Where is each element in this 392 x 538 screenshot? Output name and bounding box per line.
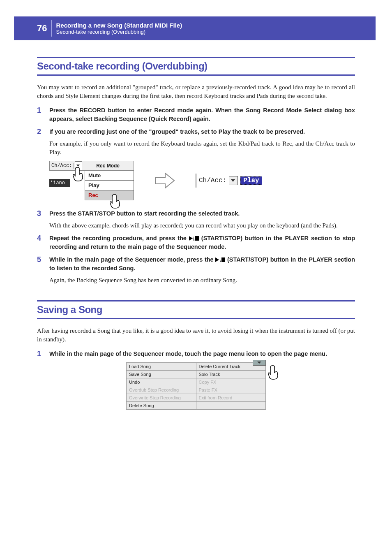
step-3: 3 Press the START/STOP button to start r… xyxy=(37,209,355,230)
step-5: 5 While in the main page of the Sequence… xyxy=(37,255,355,285)
menu-exit-record: Exit from Record xyxy=(196,394,266,402)
step-instruction: While in the main page of the Sequencer … xyxy=(49,350,355,358)
menu-item-play[interactable]: Play xyxy=(85,181,134,190)
step-number: 1 xyxy=(37,350,49,358)
page-number: 76 xyxy=(14,20,52,37)
menu-load-song[interactable]: Load Song xyxy=(127,363,196,371)
step-2: 2 If you are recording just one of the "… xyxy=(37,128,355,157)
page-menu-table: Load SongDelete Current Track Save SongS… xyxy=(126,362,266,410)
figure-rec-mode: Ch/Acc: Rec Mode Mute Play Rec 'iano Ch/… xyxy=(49,161,355,200)
menu-overdub-step: Overdub Step Recording xyxy=(127,386,196,394)
svg-rect-0 xyxy=(195,236,199,241)
section-rule xyxy=(37,300,355,301)
header-titles: Recording a new Song (Standard MIDI File… xyxy=(52,22,182,35)
step-instruction: Press the START/STOP button to start rec… xyxy=(49,209,355,218)
menu-delete-song[interactable]: Delete Song xyxy=(127,402,196,410)
intro-paragraph: After having recorded a Song that you li… xyxy=(37,327,355,344)
pointer-hand-icon xyxy=(108,193,124,211)
intro-paragraph: You may want to record an additional "gr… xyxy=(37,83,355,100)
section-rule xyxy=(37,57,355,58)
step-4: 4 Repeat the recording procedure, and pr… xyxy=(37,234,355,251)
step-instruction: While in the main page of the Sequencer … xyxy=(49,255,355,273)
save-step-1: 1 While in the main page of the Sequence… xyxy=(37,350,355,358)
arrow-right-icon xyxy=(154,172,175,189)
result-value: Play xyxy=(240,176,262,185)
step-instruction: Press the RECORD button to enter Record … xyxy=(49,106,355,123)
svg-rect-1 xyxy=(221,257,225,262)
menu-tab-icon[interactable] xyxy=(253,360,266,366)
menu-save-song[interactable]: Save Song xyxy=(127,371,196,378)
step-number: 4 xyxy=(37,234,49,251)
step-1: 1 Press the RECORD button to enter Recor… xyxy=(37,106,355,123)
step-detail: With the above example, chords will play… xyxy=(49,221,355,230)
step-number: 5 xyxy=(37,255,49,285)
chapter-title: Recording a new Song (Standard MIDI File… xyxy=(56,22,182,29)
menu-paste-fx: Paste FX xyxy=(196,386,266,394)
page-header: 76 Recording a new Song (Standard MIDI F… xyxy=(14,16,376,40)
play-stop-icon xyxy=(189,236,199,241)
step-number: 1 xyxy=(37,106,49,123)
step-detail: For example, if you only want to record … xyxy=(49,139,355,157)
pointer-hand-icon xyxy=(266,364,282,382)
rec-mode-dropdown: Ch/Acc: Rec Mode Mute Play Rec 'iano xyxy=(49,161,134,200)
menu-solo-track[interactable]: Solo Track xyxy=(196,371,266,378)
menu-item-mute[interactable]: Mute xyxy=(85,171,134,181)
section-subtitle: Second-take recording (Overdubbing) xyxy=(56,29,182,35)
section-rule xyxy=(37,74,355,76)
figure-page-menu: Load SongDelete Current Track Save SongS… xyxy=(126,362,266,410)
step-instruction: Repeat the recording procedure, and pres… xyxy=(49,234,355,251)
dropdown-caret-icon[interactable] xyxy=(229,176,238,185)
rec-mode-title: Rec Mode xyxy=(82,163,134,169)
section-heading-overdub: Second-take recording (Overdubbing) xyxy=(37,60,355,72)
piano-label: 'iano xyxy=(49,179,70,187)
step-detail: Again, the Backing Sequence Song has bee… xyxy=(49,276,355,285)
play-stop-icon xyxy=(215,257,225,262)
menu-overwrite-step: Overwrite Step Recording xyxy=(127,394,196,402)
pointer-hand-icon xyxy=(71,166,87,184)
page-content: Second-take recording (Overdubbing) You … xyxy=(37,57,355,410)
result-label: Ch/Acc: xyxy=(199,177,226,184)
step-number: 2 xyxy=(37,128,49,157)
menu-empty xyxy=(196,402,266,410)
result-chacc: Ch/Acc: Play xyxy=(196,174,262,188)
menu-undo[interactable]: Undo xyxy=(127,378,196,386)
step-number: 3 xyxy=(37,209,49,230)
step-instruction: If you are recording just one of the "gr… xyxy=(49,128,355,136)
section-heading-save: Saving a Song xyxy=(37,304,355,315)
menu-copy-fx: Copy FX xyxy=(196,378,266,386)
section-rule xyxy=(37,318,355,319)
